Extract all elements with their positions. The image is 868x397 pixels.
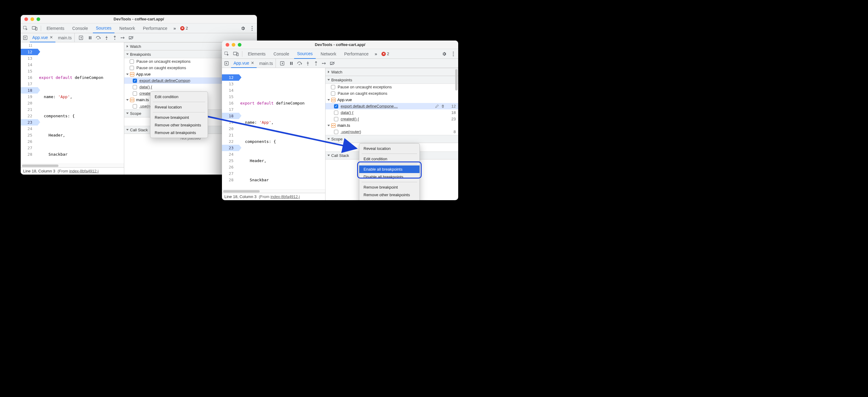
show-debugger-icon[interactable] [279, 60, 286, 67]
breakpoint-item[interactable]: data() {18 [326, 109, 458, 116]
close-window-button[interactable] [226, 43, 229, 47]
show-navigator-icon[interactable] [22, 34, 29, 41]
error-counter[interactable]: ✕ 2 [179, 26, 189, 30]
checkbox-icon[interactable] [130, 66, 134, 70]
tab-sources[interactable]: Sources [93, 24, 115, 33]
file-tab-app-vue[interactable]: App.vue ✕ [231, 59, 257, 68]
deactivate-breakpoints-icon[interactable] [329, 60, 336, 67]
step-out-icon[interactable] [312, 60, 320, 67]
step-into-icon[interactable] [103, 34, 110, 41]
checkbox-icon[interactable] [334, 111, 338, 115]
ctx-edit-condition[interactable]: Edit condition [359, 155, 420, 163]
settings-gear-icon[interactable] [440, 50, 448, 58]
kebab-menu-icon[interactable] [450, 50, 457, 58]
ctx-remove-breakpoint[interactable]: Remove breakpoint [150, 114, 208, 121]
file-tab-main-ts[interactable]: main.ts [257, 59, 275, 68]
kebab-menu-icon[interactable] [248, 25, 256, 32]
ctx-remove-other-breakpoints[interactable]: Remove other breakpoints [359, 191, 420, 199]
breakpoint-context-menu[interactable]: Reveal location Edit condition Enable al… [359, 143, 420, 200]
breakpoint-marker[interactable]: 12 [21, 49, 38, 55]
checkbox-icon[interactable] [334, 117, 338, 121]
tab-console[interactable]: Console [69, 24, 91, 33]
breakpoint-file-group[interactable]: <>main.ts [326, 122, 458, 129]
pause-uncaught-checkbox-row[interactable]: Pause on uncaught exceptions [326, 84, 458, 90]
breakpoint-marker[interactable]: 18 [21, 87, 38, 93]
delete-breakpoint-icon[interactable] [441, 104, 445, 108]
tab-network[interactable]: Network [116, 24, 138, 33]
close-tab-icon[interactable]: ✕ [251, 61, 254, 65]
deactivate-breakpoints-icon[interactable] [128, 34, 135, 41]
zoom-window-button[interactable] [36, 17, 40, 21]
step-into-icon[interactable] [304, 60, 311, 67]
checkbox-icon[interactable] [334, 104, 338, 109]
tab-elements[interactable]: Elements [245, 49, 269, 59]
breakpoint-context-menu[interactable]: Edit condition Reveal location Remove br… [150, 91, 208, 138]
checkbox-icon[interactable] [133, 104, 137, 109]
file-tab-main-ts[interactable]: main.ts [55, 33, 74, 42]
ctx-remove-all-breakpoints[interactable]: Remove all breakpoints [359, 199, 420, 200]
horizontal-scrollbar[interactable] [222, 189, 325, 193]
more-tabs-icon[interactable]: » [172, 26, 177, 31]
step-over-icon[interactable] [95, 34, 102, 41]
step-icon[interactable] [119, 34, 127, 41]
settings-gear-icon[interactable] [239, 25, 247, 32]
checkbox-icon[interactable] [130, 59, 134, 64]
ctx-reveal-location[interactable]: Reveal location [359, 145, 420, 152]
breakpoint-item[interactable]: .use(router)8 [326, 129, 458, 135]
titlebar[interactable]: DevTools - coffee-cart.app/ [21, 15, 257, 24]
minimize-window-button[interactable] [30, 17, 34, 21]
step-out-icon[interactable] [111, 34, 118, 41]
pause-script-icon[interactable] [87, 34, 94, 41]
titlebar[interactable]: DevTools - coffee-cart.app/ [222, 40, 458, 49]
ctx-edit-condition[interactable]: Edit condition [150, 93, 208, 101]
checkbox-icon[interactable] [133, 85, 137, 89]
line-gutter[interactable]: 11 12 13 14 15 16 17 18 19 20 21 22 23 2… [21, 42, 38, 164]
horizontal-scrollbar[interactable] [21, 164, 124, 167]
tab-performance[interactable]: Performance [140, 24, 170, 33]
source-map-link[interactable]: index-8bfa4912.j [69, 169, 98, 173]
tab-sources[interactable]: Sources [294, 49, 316, 59]
breakpoint-marker[interactable]: 23 [222, 145, 239, 151]
tab-elements[interactable]: Elements [43, 24, 67, 33]
ctx-reveal-location[interactable]: Reveal location [150, 103, 208, 111]
code-editor[interactable]: export default defineCompon name: 'App',… [38, 42, 124, 164]
breakpoint-file-group[interactable]: <>App.vue [326, 96, 458, 103]
show-navigator-icon[interactable] [223, 60, 230, 67]
more-tabs-icon[interactable]: » [374, 51, 378, 56]
breakpoint-item[interactable]: created() {23 [326, 116, 458, 122]
breakpoint-marker[interactable]: 12 [222, 74, 239, 81]
pause-caught-checkbox-row[interactable]: Pause on caught exceptions [326, 90, 458, 96]
ctx-remove-all-breakpoints[interactable]: Remove all breakpoints [150, 129, 208, 137]
checkbox-icon[interactable] [331, 91, 335, 96]
error-counter[interactable]: ✕ 2 [380, 52, 390, 56]
close-tab-icon[interactable]: ✕ [50, 35, 53, 39]
zoom-window-button[interactable] [238, 43, 242, 47]
breakpoint-marker[interactable]: 18 [222, 113, 239, 119]
breakpoints-section-header[interactable]: Breakpoints [326, 76, 458, 84]
source-map-link[interactable]: index-8bfa4912.j [270, 194, 300, 199]
close-window-button[interactable] [24, 17, 28, 21]
ctx-enable-all-breakpoints[interactable]: Enable all breakpoints [359, 165, 420, 173]
pause-script-icon[interactable] [288, 60, 295, 67]
checkbox-icon[interactable] [133, 79, 137, 83]
tab-performance[interactable]: Performance [341, 49, 371, 59]
breakpoint-item[interactable]: export default defineCompone… 12 [326, 103, 458, 109]
tab-network[interactable]: Network [317, 49, 339, 59]
ctx-disable-all-breakpoints[interactable]: Disable all breakpoints [359, 173, 420, 181]
step-icon[interactable] [320, 60, 328, 67]
ctx-remove-other-breakpoints[interactable]: Remove other breakpoints [150, 121, 208, 129]
breakpoint-marker[interactable]: 23 [21, 119, 38, 125]
file-tab-app-vue[interactable]: App.vue ✕ [30, 33, 55, 42]
inspect-element-icon[interactable] [223, 50, 230, 58]
code-editor[interactable]: export default defineCompon name: 'App',… [239, 68, 325, 189]
edit-breakpoint-icon[interactable] [435, 104, 439, 108]
line-gutter[interactable]: 12 13 14 15 16 17 18 19 20 21 22 23 24 2… [222, 68, 239, 189]
checkbox-icon[interactable] [331, 85, 335, 89]
show-debugger-icon[interactable] [78, 34, 84, 41]
step-over-icon[interactable] [296, 60, 303, 67]
vertical-scrollbar[interactable] [455, 69, 458, 90]
checkbox-icon[interactable] [334, 130, 338, 134]
device-mode-icon[interactable] [232, 50, 240, 58]
watch-section-header[interactable]: Watch [326, 68, 458, 76]
tab-console[interactable]: Console [270, 49, 292, 59]
